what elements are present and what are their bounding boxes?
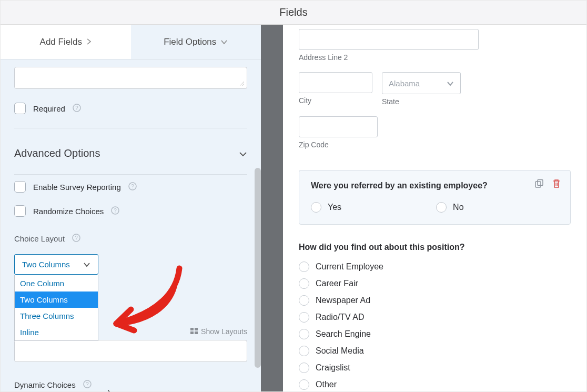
show-layouts-link[interactable]: Show Layouts (201, 327, 247, 336)
radio-icon (299, 379, 309, 390)
chevron-down-icon[interactable] (239, 147, 247, 159)
svg-text:?: ? (86, 381, 89, 387)
radio-yes[interactable]: Yes (311, 202, 341, 213)
sidebar-panel: Add Fields Field Options (1, 25, 261, 392)
svg-rect-10 (190, 331, 194, 334)
radio-craigslist[interactable]: Craigslist (299, 363, 571, 373)
choice-layout-dropdown: One Column Two Columns Three Columns Inl… (14, 275, 98, 341)
enable-survey-label: Enable Survey Reporting (33, 183, 121, 192)
help-icon: ? (111, 206, 119, 216)
radio-yes-label: Yes (328, 203, 341, 212)
radio-radio-tv-ad[interactable]: Radio/TV AD (299, 312, 571, 323)
page-title: Fields (1, 1, 586, 25)
radio-icon (299, 278, 309, 289)
question-card-referral[interactable]: Were you referred by an existing employe… (299, 170, 571, 225)
zip-label: Zip Code (299, 140, 378, 149)
city-label: City (299, 96, 372, 105)
randomize-checkbox[interactable] (14, 205, 26, 217)
state-value: Alabama (389, 79, 420, 88)
address-line-2-input[interactable] (299, 29, 479, 50)
chevron-down-icon (220, 37, 228, 47)
radio-career-fair[interactable]: Career Fair (299, 278, 571, 289)
tab-add-fields[interactable]: Add Fields (1, 25, 131, 59)
radio-no-label: No (453, 203, 463, 212)
opt-label: Current Employee (316, 262, 383, 272)
choice-layout-label: Choice Layout (14, 234, 65, 243)
grid-icon (190, 327, 198, 336)
radio-icon (299, 363, 309, 373)
state-select[interactable]: Alabama (382, 72, 461, 94)
duplicate-icon[interactable] (534, 179, 544, 190)
tab-field-options-label: Field Options (164, 37, 216, 47)
page-title-text: Fields (279, 6, 307, 18)
help-icon: ? (73, 104, 81, 114)
cursor-icon (108, 390, 116, 392)
opt-label: Search Engine (316, 329, 371, 339)
svg-text:?: ? (114, 208, 117, 214)
chevron-down-icon (83, 260, 90, 269)
dropdown-item-two-columns[interactable]: Two Columns (15, 292, 98, 308)
radio-other[interactable]: Other (299, 379, 571, 390)
radio-current-employee[interactable]: Current Employee (299, 262, 571, 272)
city-input[interactable] (299, 72, 372, 93)
choice-layout-value: Two Columns (22, 260, 70, 269)
dynamic-choices-label: Dynamic Choices (14, 380, 76, 389)
help-icon: ? (83, 380, 92, 390)
randomize-label: Randomize Choices (33, 207, 104, 216)
opt-label: Newspaper Ad (316, 296, 370, 305)
scrollbar[interactable] (255, 168, 261, 368)
chevron-down-icon (447, 79, 454, 88)
radio-social-media[interactable]: Social Media (299, 346, 571, 356)
opt-label: Radio/TV AD (316, 313, 364, 322)
zip-input[interactable] (299, 116, 378, 137)
choice-layout-select[interactable]: Two Columns (14, 254, 98, 275)
svg-rect-11 (195, 331, 198, 334)
required-label: Required (33, 104, 65, 113)
radio-icon (299, 312, 309, 323)
dropdown-item-inline[interactable]: Inline (15, 324, 98, 340)
tab-add-fields-label: Add Fields (40, 37, 82, 47)
svg-rect-14 (535, 182, 541, 187)
dropdown-item-three-columns[interactable]: Three Columns (15, 308, 98, 324)
tab-field-options[interactable]: Field Options (131, 25, 261, 59)
address-line-2-label: Address Line 2 (299, 53, 479, 62)
svg-rect-15 (538, 180, 543, 186)
gutter (261, 25, 283, 392)
required-checkbox[interactable] (14, 103, 26, 114)
question-source-title: How did you find out about this position… (299, 243, 571, 252)
svg-text:?: ? (131, 184, 134, 189)
delete-icon[interactable] (552, 179, 561, 190)
opt-label: Social Media (316, 346, 364, 356)
radio-icon (299, 346, 309, 356)
description-textarea[interactable] (14, 67, 247, 89)
enable-survey-checkbox[interactable] (14, 181, 26, 193)
field-input[interactable] (14, 340, 247, 362)
radio-icon (436, 202, 447, 213)
opt-label: Other (316, 380, 337, 389)
radio-no[interactable]: No (436, 202, 463, 213)
state-label: State (382, 97, 461, 106)
opt-label: Career Fair (316, 279, 358, 288)
chevron-right-icon (86, 37, 92, 47)
advanced-options-heading: Advanced Options (14, 147, 100, 159)
help-icon: ? (128, 182, 137, 192)
radio-icon (311, 202, 321, 213)
question-referral-title: Were you referred by an existing employe… (311, 181, 559, 190)
help-icon: ? (72, 234, 80, 244)
preview-panel: Address Line 2 City Alabama State (283, 25, 586, 392)
svg-text:?: ? (75, 105, 78, 111)
radio-icon (299, 262, 309, 272)
opt-label: Craigslist (316, 363, 350, 373)
dropdown-item-one-column[interactable]: One Column (15, 275, 98, 292)
radio-icon (299, 295, 309, 306)
svg-rect-9 (195, 328, 198, 330)
radio-search-engine[interactable]: Search Engine (299, 329, 571, 339)
svg-rect-8 (190, 328, 194, 330)
radio-icon (299, 329, 309, 339)
svg-text:?: ? (75, 235, 78, 241)
radio-newspaper-ad[interactable]: Newspaper Ad (299, 295, 571, 306)
